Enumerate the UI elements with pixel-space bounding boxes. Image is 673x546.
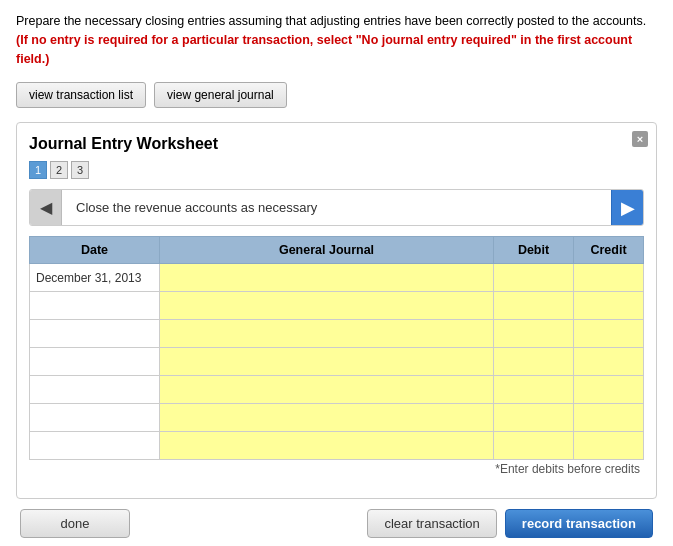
journal-input[interactable] [164,267,489,289]
credit-cell[interactable] [574,404,644,432]
date-cell [30,376,160,404]
credit-cell[interactable] [574,320,644,348]
table-row: December 31, 2013 [30,264,644,292]
credit-input[interactable] [578,435,639,457]
top-buttons-group: view transaction list view general journ… [16,82,657,108]
instructions-block: Prepare the necessary closing entries as… [16,12,657,68]
debit-input[interactable] [498,351,569,373]
col-header-credit: Credit [574,237,644,264]
table-row [30,404,644,432]
record-transaction-button[interactable]: record transaction [505,509,653,538]
right-actions: clear transaction record transaction [367,509,653,538]
col-header-debit: Debit [494,237,574,264]
step-3[interactable]: 3 [71,161,89,179]
journal-cell[interactable] [160,264,494,292]
debit-input[interactable] [498,323,569,345]
table-row [30,348,644,376]
instructions-warning: (If no entry is required for a particula… [16,33,632,66]
journal-cell[interactable] [160,376,494,404]
date-cell [30,348,160,376]
nav-row: ◀ Close the revenue accounts as necessar… [29,189,644,226]
debit-cell[interactable] [494,432,574,460]
bottom-actions: done clear transaction record transactio… [16,509,657,538]
journal-cell[interactable] [160,432,494,460]
credit-cell[interactable] [574,376,644,404]
credit-input[interactable] [578,379,639,401]
journal-input[interactable] [164,295,489,317]
view-transaction-btn[interactable]: view transaction list [16,82,146,108]
journal-cell[interactable] [160,404,494,432]
debit-input[interactable] [498,295,569,317]
credit-input[interactable] [578,295,639,317]
journal-cell[interactable] [160,320,494,348]
worksheet-container: × Journal Entry Worksheet 1 2 3 ◀ Close … [16,122,657,499]
table-row [30,292,644,320]
close-button[interactable]: × [632,131,648,147]
table-row [30,376,644,404]
date-cell: December 31, 2013 [30,264,160,292]
debit-input[interactable] [498,267,569,289]
step-indicators: 1 2 3 [29,161,644,179]
journal-input[interactable] [164,351,489,373]
date-cell [30,292,160,320]
credit-cell[interactable] [574,348,644,376]
nav-right-arrow[interactable]: ▶ [611,190,643,225]
credit-input[interactable] [578,407,639,429]
worksheet-title: Journal Entry Worksheet [29,135,644,153]
view-journal-btn[interactable]: view general journal [154,82,287,108]
credit-input[interactable] [578,323,639,345]
table-row [30,320,644,348]
credit-cell[interactable] [574,292,644,320]
debit-cell[interactable] [494,292,574,320]
done-button[interactable]: done [20,509,130,538]
credit-input[interactable] [578,267,639,289]
journal-cell[interactable] [160,292,494,320]
date-cell [30,432,160,460]
date-cell [30,404,160,432]
debit-cell[interactable] [494,264,574,292]
debit-cell[interactable] [494,320,574,348]
credit-cell[interactable] [574,264,644,292]
debit-input[interactable] [498,435,569,457]
debit-cell[interactable] [494,404,574,432]
debit-cell[interactable] [494,376,574,404]
journal-cell[interactable] [160,348,494,376]
step-1[interactable]: 1 [29,161,47,179]
step-2[interactable]: 2 [50,161,68,179]
hint-text: *Enter debits before credits [29,462,644,476]
clear-transaction-button[interactable]: clear transaction [367,509,496,538]
journal-table: Date General Journal Debit Credit Decemb… [29,236,644,460]
debit-cell[interactable] [494,348,574,376]
nav-left-arrow[interactable]: ◀ [30,190,62,225]
table-row [30,432,644,460]
journal-input[interactable] [164,323,489,345]
col-header-journal: General Journal [160,237,494,264]
credit-input[interactable] [578,351,639,373]
date-cell [30,320,160,348]
transaction-description: Close the revenue accounts as necessary [62,190,611,225]
debit-input[interactable] [498,379,569,401]
col-header-date: Date [30,237,160,264]
instructions-main: Prepare the necessary closing entries as… [16,14,646,28]
journal-input[interactable] [164,379,489,401]
credit-cell[interactable] [574,432,644,460]
journal-input[interactable] [164,435,489,457]
debit-input[interactable] [498,407,569,429]
journal-input[interactable] [164,407,489,429]
